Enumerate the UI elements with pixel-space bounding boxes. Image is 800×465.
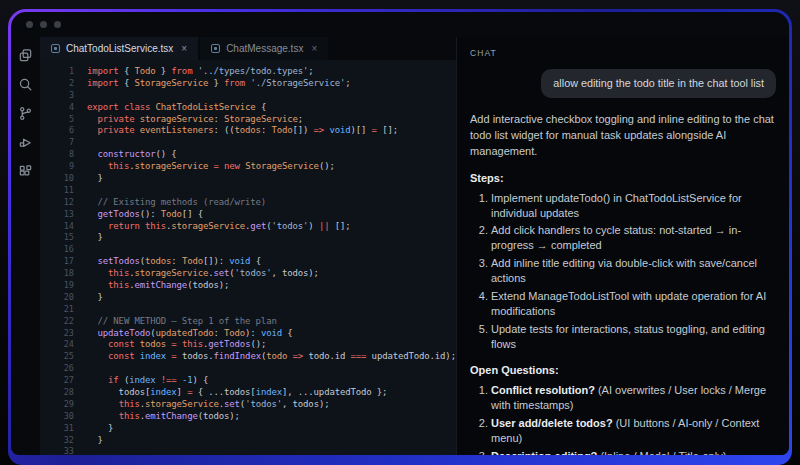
- code-line: 19 this.emitChange(todos);: [40, 279, 456, 291]
- chat-panel-title: CHAT: [470, 48, 776, 58]
- line-number: 8: [40, 149, 74, 159]
- code-line: 30 this.emitChange(todos);: [40, 410, 456, 422]
- code-line: 9 this.storageService = new StorageServi…: [40, 160, 456, 172]
- code-line: 32 }: [40, 434, 456, 446]
- question-item: Description editing? (Inline / Modal / T…: [491, 449, 776, 455]
- main-area: ChatTodoListService.tsx×ChatMessage.tsx×…: [11, 37, 789, 455]
- line-number: 31: [40, 423, 74, 433]
- code-line: 22 // NEW METHOD — Step 1 of the plan: [40, 315, 456, 327]
- code-line: 5 private storageService: StorageService…: [40, 113, 456, 125]
- tab-bar: ChatTodoListService.tsx×ChatMessage.tsx×: [40, 37, 456, 60]
- line-number: 15: [40, 232, 74, 242]
- title-bar: [11, 12, 789, 37]
- tab-ChatMessage.tsx[interactable]: ChatMessage.tsx×: [200, 37, 328, 60]
- questions-list: Conflict resolution? (AI overwrites / Us…: [470, 383, 776, 455]
- code-line: 25 const index = todos.findIndex(todo =>…: [40, 350, 456, 362]
- questions-heading: Open Questions:: [470, 364, 776, 376]
- line-number: 14: [40, 221, 74, 231]
- code-line: 15 }: [40, 231, 456, 243]
- code-line: 12 // Existing methods (read/write): [40, 196, 456, 208]
- line-number: 18: [40, 268, 74, 278]
- line-number: 13: [40, 209, 74, 219]
- step-item: Extend ManageTodoListTool with update op…: [491, 289, 776, 319]
- window-control-dot[interactable]: [26, 21, 33, 28]
- activity-bar: [11, 37, 40, 455]
- close-icon[interactable]: ×: [181, 43, 187, 54]
- line-number: 22: [40, 316, 74, 326]
- line-number: 12: [40, 197, 74, 207]
- code-line: 8 constructor() {: [40, 148, 456, 160]
- code-line: 27 if (index !== -1) {: [40, 374, 456, 386]
- line-number: 27: [40, 375, 74, 385]
- code-line: 10 }: [40, 172, 456, 184]
- steps-heading: Steps:: [470, 172, 776, 184]
- window-control-dot[interactable]: [54, 21, 61, 28]
- question-item: Conflict resolution? (AI overwrites / Us…: [491, 383, 776, 413]
- extensions-icon[interactable]: [17, 163, 34, 180]
- code-line: 18 this.storageService.set('todos', todo…: [40, 267, 456, 279]
- file-icon: [211, 44, 220, 53]
- step-item: Add inline title editing via double-clic…: [491, 256, 776, 286]
- line-number: 26: [40, 363, 74, 373]
- code-line: 1import { Todo } from '../types/todo.typ…: [40, 65, 456, 77]
- run-icon[interactable]: [17, 134, 34, 151]
- line-number: 30: [40, 411, 74, 421]
- line-number: 29: [40, 399, 74, 409]
- line-number: 5: [40, 114, 74, 124]
- line-number: 21: [40, 304, 74, 314]
- code-line: 31 }: [40, 422, 456, 434]
- search-icon[interactable]: [17, 76, 34, 93]
- window-frame: ChatTodoListService.tsx×ChatMessage.tsx×…: [8, 9, 792, 465]
- line-number: 25: [40, 351, 74, 361]
- code-editor[interactable]: 1import { Todo } from '../types/todo.typ…: [40, 60, 456, 455]
- line-number: 28: [40, 387, 74, 397]
- line-number: 33: [40, 446, 74, 455]
- copy-icon[interactable]: [17, 47, 34, 64]
- assistant-intro-text: Add interactive checkbox toggling and in…: [470, 111, 776, 159]
- line-number: 9: [40, 161, 74, 171]
- line-number: 11: [40, 185, 74, 195]
- step-item: Implement updateTodo() in ChatTodoListSe…: [491, 191, 776, 221]
- git-branch-icon[interactable]: [17, 105, 34, 122]
- line-number: 24: [40, 339, 74, 349]
- code-line: 29 this.storageService.set('todos', todo…: [40, 398, 456, 410]
- code-line: 17 setTodos(todos: Todo[]): void {: [40, 255, 456, 267]
- tab-label: ChatMessage.tsx: [226, 43, 303, 54]
- code-line: 11: [40, 184, 456, 196]
- code-line: 33: [40, 446, 456, 456]
- line-number: 4: [40, 102, 74, 112]
- line-number: 1: [40, 66, 74, 76]
- line-number: 23: [40, 328, 74, 338]
- line-number: 3: [40, 90, 74, 100]
- code-line: 26: [40, 362, 456, 374]
- line-number: 16: [40, 244, 74, 254]
- step-item: Add click handlers to cycle status: not-…: [491, 223, 776, 253]
- line-number: 2: [40, 78, 74, 88]
- editor-pane: ChatTodoListService.tsx×ChatMessage.tsx×…: [40, 37, 456, 455]
- tab-ChatTodoListService.tsx[interactable]: ChatTodoListService.tsx×: [40, 37, 198, 60]
- code-line: 2import { StorageService } from './Stora…: [40, 77, 456, 89]
- code-line: 24 const todos = this.getTodos();: [40, 338, 456, 350]
- code-line: 13 getTodos(): Todo[] {: [40, 208, 456, 220]
- line-number: 10: [40, 173, 74, 183]
- question-item: User add/delete todos? (UI buttons / AI-…: [491, 416, 776, 446]
- code-line: 7: [40, 136, 456, 148]
- line-number: 6: [40, 125, 74, 135]
- line-number: 20: [40, 292, 74, 302]
- code-line: 23 updateTodo(updatedTodo: Todo): void {: [40, 327, 456, 339]
- code-line: 20 }: [40, 291, 456, 303]
- chat-panel: CHAT allow editing the todo title in the…: [456, 37, 789, 455]
- user-message-bubble: allow editing the todo title in the chat…: [541, 69, 776, 98]
- app-window: ChatTodoListService.tsx×ChatMessage.tsx×…: [11, 12, 789, 455]
- code-line: 6 private eventListeners: ((todos: Todo[…: [40, 124, 456, 136]
- line-number: 7: [40, 137, 74, 147]
- line-number: 17: [40, 256, 74, 266]
- step-item: Update tests for interactions, status to…: [491, 322, 776, 352]
- line-number: 19: [40, 280, 74, 290]
- code-line: 21: [40, 303, 456, 315]
- code-line: 16: [40, 243, 456, 255]
- code-line: 14 return this.storageService.get('todos…: [40, 220, 456, 232]
- close-icon[interactable]: ×: [311, 43, 317, 54]
- line-number: 32: [40, 435, 74, 445]
- window-control-dot[interactable]: [40, 21, 47, 28]
